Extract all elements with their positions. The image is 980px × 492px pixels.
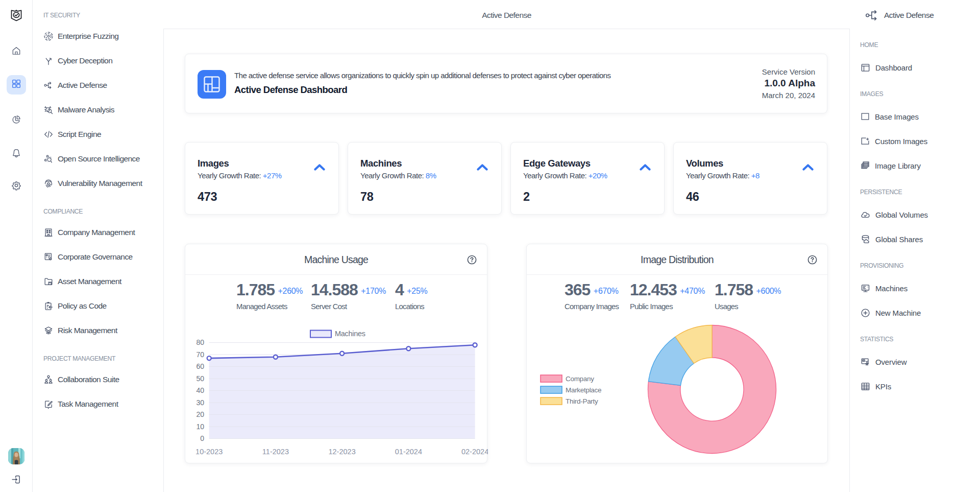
svg-text:10-2023: 10-2023: [195, 448, 223, 456]
svg-text:Company: Company: [566, 375, 594, 383]
svg-text:12-2023: 12-2023: [328, 448, 355, 456]
svg-text:70: 70: [196, 350, 204, 359]
svg-text:Marketplace: Marketplace: [566, 386, 601, 394]
svg-text:60: 60: [196, 362, 204, 370]
svg-text:50: 50: [196, 374, 204, 383]
svg-text:40: 40: [196, 386, 204, 394]
svg-text:01-2024: 01-2024: [395, 448, 422, 456]
svg-text:Third-Party: Third-Party: [566, 397, 598, 405]
svg-text:30: 30: [196, 399, 204, 407]
svg-text:02-2024: 02-2024: [461, 448, 488, 456]
svg-text:20: 20: [196, 410, 204, 418]
svg-text:80: 80: [196, 338, 204, 346]
svg-text:10: 10: [196, 423, 204, 431]
svg-text:11-2023: 11-2023: [262, 448, 289, 456]
svg-text:0: 0: [200, 434, 204, 442]
svg-text:Machines: Machines: [335, 330, 365, 338]
